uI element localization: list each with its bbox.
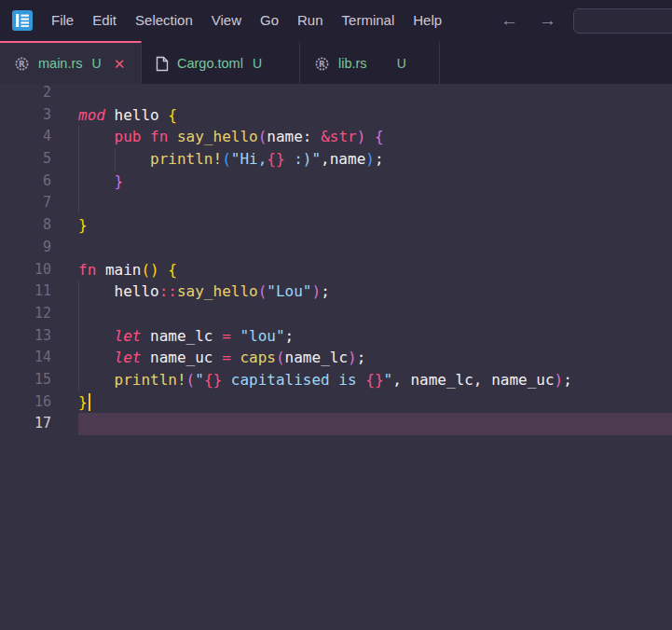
code-line-12[interactable]: 12 (0, 303, 672, 325)
code-line-6[interactable]: 6 } (0, 171, 672, 193)
code-line-10[interactable]: 10fn main() { (0, 259, 672, 281)
file-icon (156, 56, 169, 72)
line-number[interactable]: 17 (0, 413, 51, 435)
code-text: hello::say_hello("Lou"); (78, 281, 672, 303)
git-status-badge: U (397, 56, 406, 71)
tab-main-rs[interactable]: Rmain.rsU✕ (0, 41, 142, 84)
line-number[interactable]: 10 (0, 259, 51, 281)
back-arrow-icon[interactable]: ← (501, 0, 518, 41)
code-line-2[interactable]: 2 (0, 84, 672, 104)
menu-help[interactable]: Help (404, 0, 451, 41)
code-line-11[interactable]: 11 hello::say_hello("Lou"); (0, 281, 672, 303)
code-text: println!("{} capitalised is {}", name_lc… (78, 369, 672, 391)
indent-guide (78, 303, 79, 325)
code-line-8[interactable]: 8} (0, 214, 672, 237)
code-line-17[interactable]: 17 (0, 413, 672, 435)
history-nav: ← → (501, 0, 556, 41)
line-number[interactable]: 11 (0, 281, 51, 303)
line-number[interactable]: 5 (0, 148, 51, 171)
code-text (78, 303, 672, 325)
code-text: println!("Hi,{} :)",name); (78, 148, 672, 171)
close-icon[interactable]: ✕ (114, 57, 126, 71)
code-line-9[interactable]: 9 (0, 237, 672, 259)
editor[interactable]: 23mod hello {4 pub fn say_hello(name: &s… (0, 84, 672, 630)
title-bar: FileEditSelectionViewGoRunTerminalHelp ←… (0, 0, 672, 41)
code-line-15[interactable]: 15 println!("{} capitalised is {}", name… (0, 369, 672, 391)
menu-run[interactable]: Run (288, 0, 333, 41)
vscode-logo-icon (12, 10, 33, 31)
tab-label: main.rs (38, 56, 83, 71)
line-number[interactable]: 16 (0, 391, 51, 414)
line-number[interactable]: 14 (0, 347, 51, 369)
rust-file-icon: R (14, 56, 30, 72)
code-line-13[interactable]: 13 let name_lc = "lou"; (0, 325, 672, 348)
tab-bar: Rmain.rsU✕Cargo.tomlURlib.rsU (0, 41, 672, 84)
line-number[interactable]: 2 (0, 84, 51, 104)
line-number[interactable]: 6 (0, 171, 51, 193)
code-line-3[interactable]: 3mod hello { (0, 104, 672, 127)
code-text (78, 84, 672, 104)
menu-file[interactable]: File (42, 0, 83, 41)
menu-go[interactable]: Go (251, 0, 288, 41)
tab-label: Cargo.toml (177, 56, 243, 71)
indent-guide (78, 192, 79, 214)
current-line-highlight (78, 413, 672, 435)
code-text: fn main() { (78, 259, 672, 281)
tab-label: lib.rs (338, 56, 367, 71)
svg-text:R: R (19, 59, 25, 68)
tab-cargo-toml[interactable]: Cargo.tomlU (142, 41, 300, 84)
code-text: } (78, 391, 672, 414)
line-number[interactable]: 4 (0, 126, 51, 148)
git-status-badge: U (253, 56, 262, 71)
code-text (78, 413, 672, 435)
text-cursor (89, 393, 90, 411)
line-number[interactable]: 13 (0, 325, 51, 348)
line-number[interactable]: 12 (0, 303, 51, 325)
code-text: pub fn say_hello(name: &str) { (78, 126, 672, 148)
menu-bar: FileEditSelectionViewGoRunTerminalHelp (42, 0, 451, 41)
line-number[interactable]: 15 (0, 369, 51, 391)
forward-arrow-icon[interactable]: → (539, 0, 556, 41)
line-number[interactable]: 7 (0, 192, 51, 214)
code-line-7[interactable]: 7 (0, 192, 672, 214)
line-number[interactable]: 9 (0, 237, 51, 259)
code-text (78, 237, 672, 259)
menu-terminal[interactable]: Terminal (333, 0, 405, 41)
search-input[interactable] (573, 8, 672, 34)
code-line-16[interactable]: 16} (0, 391, 672, 414)
code-text: let name_uc = caps(name_lc); (78, 347, 672, 369)
code-text: mod hello { (78, 104, 672, 127)
menu-edit[interactable]: Edit (83, 0, 126, 41)
line-number[interactable]: 3 (0, 104, 51, 127)
code-text: } (78, 214, 672, 237)
code-text (78, 192, 672, 214)
svg-text:R: R (319, 59, 325, 68)
code-text: } (78, 171, 672, 193)
rust-file-icon: R (314, 56, 330, 72)
code-line-4[interactable]: 4 pub fn say_hello(name: &str) { (0, 126, 672, 148)
menu-selection[interactable]: Selection (126, 0, 202, 41)
line-number[interactable]: 8 (0, 214, 51, 237)
code-line-14[interactable]: 14 let name_uc = caps(name_lc); (0, 347, 672, 369)
menu-view[interactable]: View (202, 0, 251, 41)
code-line-5[interactable]: 5 println!("Hi,{} :)",name); (0, 148, 672, 171)
code-area: 23mod hello {4 pub fn say_hello(name: &s… (0, 84, 672, 435)
code-text: let name_lc = "lou"; (78, 325, 672, 348)
git-status-badge: U (92, 56, 102, 71)
tab-lib-rs[interactable]: Rlib.rsU (300, 41, 440, 84)
